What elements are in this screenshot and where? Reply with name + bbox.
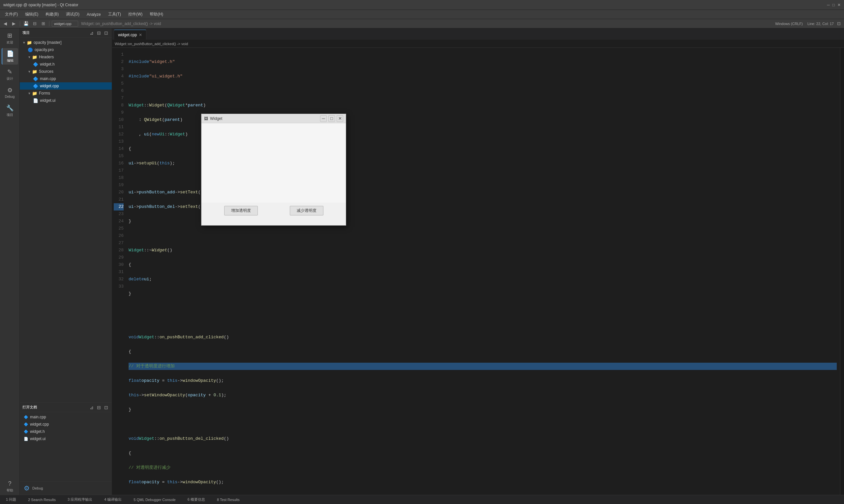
bottom-tab-compile[interactable]: 4 编译输出 xyxy=(102,496,124,503)
fullscreen-btn[interactable]: ⊡ xyxy=(835,20,842,28)
tree-item-sources[interactable]: ▼ 📁 Sources xyxy=(20,68,112,75)
file-tree: ▼ 📁 opacity [master] 🔵 opacity.pro ▼ 📁 H… xyxy=(20,38,112,402)
menu-bar: 文件(F)编辑(E)构建(B)调试(D)Analyze工具(T)控件(W)帮助(… xyxy=(0,10,844,19)
widget-close-btn[interactable]: ✕ xyxy=(337,115,343,122)
tab-close-widget-cpp[interactable]: ✕ xyxy=(139,33,142,37)
open-docs-list: 🔷 main.cpp 🔷 widget.cpp 🔷 widget.h 📄 wid… xyxy=(20,412,112,481)
decrease-opacity-btn[interactable]: 减少透明度 xyxy=(290,206,323,215)
sources-arrow: ▼ xyxy=(28,70,31,73)
file-indicator: widget.cpp xyxy=(52,21,78,27)
menu-item-f[interactable]: 文件(F) xyxy=(2,11,21,18)
tree-item-widget-cpp[interactable]: 🔷 widget.cpp xyxy=(20,82,112,90)
function-indicator: Widget::on_pushButton_add_clicked() -> v… xyxy=(81,21,161,26)
cpp-selected-icon: 🔷 xyxy=(33,84,38,89)
pro-icon: 🔵 xyxy=(28,48,33,52)
menu-item-analyze[interactable]: Analyze xyxy=(83,11,104,18)
line-col-indicator: Line: 22, Col: 17 xyxy=(807,22,834,26)
bottom-tab-issues[interactable]: 1 问题 xyxy=(3,496,19,503)
minimize-btn[interactable]: ─ xyxy=(827,3,830,7)
menu-item-d[interactable]: 调试(D) xyxy=(63,11,83,18)
editor-area: widget.cpp ✕ Widget::on_pushButton_add_c… xyxy=(112,28,844,495)
edit-label: 编辑 xyxy=(7,58,14,63)
activity-design[interactable]: ✎ 设计 xyxy=(2,66,18,83)
open-docs-filter-btn[interactable]: ⊿ xyxy=(89,404,94,411)
bottom-tab-qml-debug[interactable]: 5 QML Debugger Console xyxy=(131,497,178,503)
open-doc-widget-h[interactable]: 🔷 widget.h xyxy=(20,428,112,435)
activity-help[interactable]: ? 帮助 xyxy=(2,478,18,495)
project-label: 项目 xyxy=(6,113,13,117)
menu-item-e[interactable]: 编辑(E) xyxy=(22,11,41,18)
tree-item-opacity-master[interactable]: ▼ 📁 opacity [master] xyxy=(20,39,112,46)
split-btn[interactable]: ⊟ xyxy=(31,20,38,28)
open-docs-title: 打开文档 xyxy=(22,405,37,410)
main-layout: ⊞ 欢迎 📄 编辑 ✎ 设计 ⚙ Debug 🔧 项目 ? 帮助 项目 xyxy=(0,28,844,495)
sidebar-split-btn[interactable]: ⊟ xyxy=(96,30,102,36)
encoding-indicator: Windows (CRLF) xyxy=(775,22,803,26)
open-doc-widget-cpp[interactable]: 🔷 widget.cpp xyxy=(20,421,112,428)
increase-opacity-btn[interactable]: 增加透明度 xyxy=(224,206,258,215)
tree-item-headers[interactable]: ▼ 📁 Headers xyxy=(20,53,112,60)
minimap xyxy=(840,48,844,495)
activity-bar: ⊞ 欢迎 📄 编辑 ✎ 设计 ⚙ Debug 🔧 项目 ? 帮助 xyxy=(0,28,20,495)
window-title: widget.cpp @ opacity [master] - Qt Creat… xyxy=(3,3,827,7)
activity-edit[interactable]: 📄 编辑 xyxy=(2,48,18,65)
tab-bar: widget.cpp ✕ xyxy=(112,28,844,40)
tree-item-widget-h[interactable]: 🔷 widget.h xyxy=(20,60,112,68)
widget-minimize-btn[interactable]: ─ xyxy=(320,115,327,122)
expand-arrow: ▼ xyxy=(22,41,26,44)
nav-forward-btn[interactable]: ▶ xyxy=(10,20,17,28)
help-label: 帮助 xyxy=(6,488,13,493)
design-label: 设计 xyxy=(6,76,13,81)
menu-item-t[interactable]: 工具(T) xyxy=(105,11,124,18)
title-bar: widget.cpp @ opacity [master] - Qt Creat… xyxy=(0,0,844,10)
maximize-btn[interactable]: □ xyxy=(832,3,835,7)
menu-item-h[interactable]: 帮助(H) xyxy=(147,11,167,18)
tree-item-forms[interactable]: ▼ 📁 Forms xyxy=(20,90,112,97)
menu-item-w[interactable]: 控件(W) xyxy=(125,11,146,18)
bottom-tab-tests[interactable]: 8 Test Results xyxy=(214,497,242,503)
debug-icon: ⚙ xyxy=(7,87,13,94)
help-icon: ? xyxy=(8,480,11,487)
tab-widget-cpp[interactable]: widget.cpp ✕ xyxy=(114,30,147,39)
open-docs-split-btn[interactable]: ⊟ xyxy=(96,404,102,411)
widget-buttons-container: 增加透明度 减少透明度 xyxy=(202,203,346,225)
close-btn[interactable]: ✕ xyxy=(838,3,841,7)
open-doc-widget-ui[interactable]: 📄 widget.ui xyxy=(20,435,112,443)
opacity-pro-label: opacity.pro xyxy=(35,48,54,52)
tree-item-widget-ui[interactable]: 📄 widget.ui xyxy=(20,97,112,104)
doc-widget-h-icon: 🔷 xyxy=(24,430,28,434)
bottom-tab-app-output[interactable]: 3 应用程序输出 xyxy=(65,496,95,503)
opacity-master-label: opacity [master] xyxy=(34,40,62,45)
widget-ui-label: widget.ui xyxy=(40,98,55,103)
edit-icon: 📄 xyxy=(6,50,14,57)
sidebar-close-btn[interactable]: ⊡ xyxy=(103,30,109,36)
doc-widget-h-label: widget.h xyxy=(30,429,45,434)
sidebar-title: 项目 xyxy=(22,30,30,35)
tree-item-main-cpp[interactable]: 🔷 main.cpp xyxy=(20,75,112,82)
save-btn[interactable]: 💾 xyxy=(22,20,30,28)
activity-project[interactable]: 🔧 项目 xyxy=(2,103,18,119)
breadcrumb-bar: Widget::on_pushButton_add_clicked() -> v… xyxy=(112,40,844,48)
bottom-tab-search[interactable]: 2 Search Results xyxy=(25,497,58,503)
breadcrumb-function: Widget::on_pushButton_add_clicked() -> v… xyxy=(115,42,188,46)
open-doc-main-cpp[interactable]: 🔷 main.cpp xyxy=(20,413,112,421)
debug-section-icon: ⚙ xyxy=(24,484,30,492)
doc-widget-ui-label: widget.ui xyxy=(30,436,46,441)
layout-btn[interactable]: ⊞ xyxy=(39,20,47,28)
forms-label: Forms xyxy=(39,91,50,95)
nav-back-btn[interactable]: ◀ xyxy=(2,20,9,28)
code-editor[interactable]: 1234567891011121314151617181920212223242… xyxy=(112,48,844,495)
design-icon: ✎ xyxy=(7,68,12,75)
open-docs-close-btn[interactable]: ⊡ xyxy=(103,404,109,411)
bottom-tab-overview[interactable]: 6 概要信息 xyxy=(185,496,208,503)
widget-preview-window[interactable]: 🖼 Widget ─ □ ✕ 增加透明度 减少透明度 xyxy=(201,114,346,226)
open-docs-panel: 打开文档 ⊿ ⊟ ⊡ 🔷 main.cpp 🔷 widget.cpp 🔷 xyxy=(20,402,112,495)
menu-item-b[interactable]: 构建(B) xyxy=(42,11,62,18)
project-folder-icon: 📁 xyxy=(27,40,32,45)
sidebar-filter-btn[interactable]: ⊿ xyxy=(89,30,94,36)
widget-maximize-btn[interactable]: □ xyxy=(328,115,335,122)
tree-item-opacity-pro[interactable]: 🔵 opacity.pro xyxy=(20,46,112,53)
activity-debug[interactable]: ⚙ Debug xyxy=(2,84,18,101)
widget-title-text: Widget xyxy=(210,116,222,121)
activity-welcome[interactable]: ⊞ 欢迎 xyxy=(2,30,18,47)
